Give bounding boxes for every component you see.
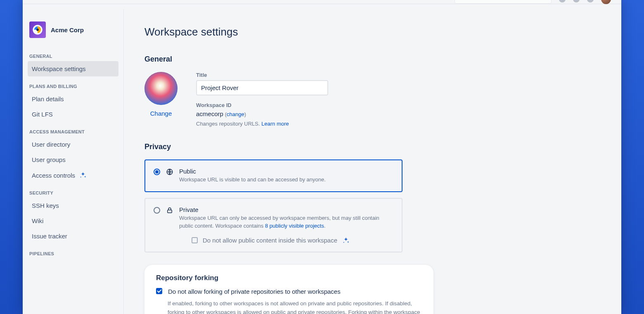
global-search[interactable] bbox=[455, 0, 552, 4]
repository-forking-panel: Repository forking Do not allow forking … bbox=[144, 265, 433, 314]
sidebar-item-label: User groups bbox=[32, 156, 66, 163]
globe-icon bbox=[166, 168, 173, 177]
sidebar-item-label: SSH keys bbox=[32, 202, 59, 209]
sidebar-item-access-controls[interactable]: Access controls bbox=[28, 167, 118, 183]
radio-private[interactable] bbox=[154, 207, 160, 214]
main-content: Workspace settings General Change Title … bbox=[124, 9, 621, 314]
sidebar-section-security: SECURITY bbox=[28, 183, 118, 198]
radio-public[interactable] bbox=[154, 169, 160, 175]
no-public-content-label: Do not allow public content inside this … bbox=[203, 237, 337, 244]
checkbox-no-public-content[interactable] bbox=[192, 237, 198, 243]
general-section: Change Title Workspace ID acmecorp (chan… bbox=[144, 72, 601, 127]
sidebar-item-label: Plan details bbox=[32, 95, 64, 102]
sidebar-section-pipelines: PIPELINES bbox=[28, 244, 118, 259]
sidebar-item-label: Workspace settings bbox=[32, 65, 86, 72]
public-option-desc: Workspace URL is visible to and can be a… bbox=[179, 176, 393, 184]
top-nav bbox=[23, 0, 621, 4]
svg-rect-3 bbox=[168, 210, 172, 213]
sparkle-icon bbox=[79, 171, 87, 179]
workspace-id-value: acmecorp bbox=[196, 110, 223, 117]
private-option-title: Private bbox=[179, 206, 393, 213]
svg-point-1 bbox=[36, 29, 39, 31]
private-option-desc: Workspace URL can only be accessed by wo… bbox=[179, 214, 393, 230]
sidebar-item-user-groups[interactable]: User groups bbox=[28, 152, 118, 167]
sidebar-item-label: User directory bbox=[32, 141, 70, 148]
workspace-header[interactable]: Acme Corp bbox=[28, 21, 118, 46]
section-heading-general: General bbox=[144, 55, 601, 64]
change-avatar-link[interactable]: Change bbox=[150, 110, 172, 117]
sparkle-icon bbox=[342, 237, 350, 244]
sidebar-item-label: Wiki bbox=[32, 217, 43, 224]
sidebar-item-label: Issue tracker bbox=[32, 233, 67, 240]
workspace-id-helper: Changes repository URLS. Learn more bbox=[196, 121, 328, 127]
title-field-label: Title bbox=[196, 72, 328, 78]
forking-check-label: Do not allow forking of private reposito… bbox=[168, 288, 341, 295]
forking-description: If enabled, forking to other workspaces … bbox=[156, 299, 420, 314]
sidebar-item-wiki[interactable]: Wiki bbox=[28, 213, 118, 228]
sidebar-section-general: GENERAL bbox=[28, 46, 118, 61]
lock-icon bbox=[166, 207, 173, 215]
sidebar-section-plans: PLANS AND BILLING bbox=[28, 76, 118, 91]
sidebar-item-label: Git LFS bbox=[32, 111, 53, 118]
workspace-id-change-link[interactable]: change bbox=[227, 111, 244, 117]
sidebar-item-user-directory[interactable]: User directory bbox=[28, 137, 118, 152]
notifications-icon[interactable] bbox=[559, 0, 566, 2]
sidebar-item-plan-details[interactable]: Plan details bbox=[28, 91, 118, 107]
sidebar-item-workspace-settings[interactable]: Workspace settings bbox=[28, 61, 118, 76]
section-heading-privacy: Privacy bbox=[144, 143, 601, 151]
sidebar-item-git-lfs[interactable]: Git LFS bbox=[28, 107, 118, 122]
workspace-avatar-large bbox=[144, 72, 178, 105]
workspace-id-label: Workspace ID bbox=[196, 102, 328, 108]
sidebar-item-ssh-keys[interactable]: SSH keys bbox=[28, 198, 118, 213]
sidebar-item-issue-tracker[interactable]: Issue tracker bbox=[28, 228, 118, 244]
settings-gear-icon[interactable] bbox=[587, 0, 594, 2]
page-title: Workspace settings bbox=[144, 26, 601, 38]
app-window: Acme Corp GENERAL Workspace settings PLA… bbox=[23, 0, 621, 314]
title-input[interactable] bbox=[196, 80, 328, 95]
help-icon[interactable] bbox=[573, 0, 580, 2]
public-projects-link[interactable]: 8 publicly visible projects bbox=[265, 223, 324, 229]
user-avatar[interactable] bbox=[601, 0, 611, 4]
sidebar-item-label: Access controls bbox=[32, 172, 75, 179]
private-desc-suffix: . bbox=[324, 223, 326, 229]
privacy-option-private[interactable]: Private Workspace URL can only be access… bbox=[144, 198, 402, 252]
sidebar: Acme Corp GENERAL Workspace settings PLA… bbox=[23, 9, 124, 314]
learn-more-link[interactable]: Learn more bbox=[261, 121, 289, 127]
helper-text: Changes repository URLS. bbox=[196, 121, 260, 127]
paren-close: ) bbox=[244, 111, 246, 117]
checkbox-disallow-forking[interactable] bbox=[156, 288, 162, 294]
sidebar-section-access: ACCESS MANAGEMENT bbox=[28, 122, 118, 137]
workspace-name: Acme Corp bbox=[51, 26, 84, 33]
workspace-avatar-icon bbox=[32, 24, 43, 36]
section-heading-forking: Repository forking bbox=[156, 274, 422, 282]
workspace-avatar bbox=[29, 21, 46, 38]
public-option-title: Public bbox=[179, 168, 393, 175]
privacy-option-public[interactable]: Public Workspace URL is visible to and c… bbox=[144, 159, 402, 192]
